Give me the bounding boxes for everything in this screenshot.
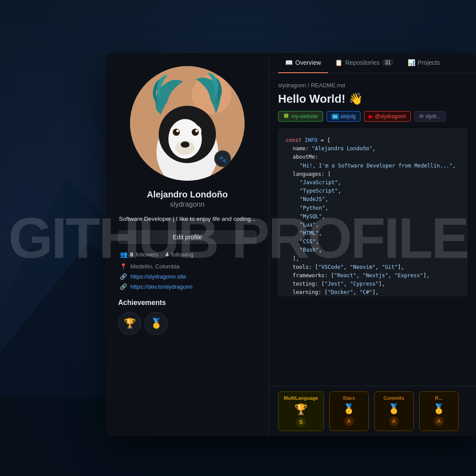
avatar-svg: 🐾 (130, 66, 245, 181)
edit-profile-button[interactable]: Edit profile (118, 231, 257, 244)
projects-label: Projects (418, 59, 440, 66)
followers-count[interactable]: 8 (130, 251, 133, 258)
followers-label: followers (136, 251, 158, 258)
avatar-container: 🐾 (130, 66, 245, 181)
youtube-label: @slydragonn (375, 113, 406, 119)
achievements-bottom: MultiLanguage 🏆 S Stars 🥇 A Commits (269, 386, 476, 436)
readme-path: slydragonn / README.md (278, 82, 467, 89)
commits-letter: A (389, 416, 399, 426)
code-line-3: aboutMe: (293, 153, 460, 161)
link-icon-2: 🔗 (120, 283, 127, 290)
following-count[interactable]: 4 (165, 251, 168, 258)
nav-tabs: 📖 Overview 📋 Repositories 31 📊 Projects (269, 53, 476, 73)
repo-badge: 31 (382, 59, 393, 66)
location-text: Medellín, Colombia (130, 263, 179, 270)
achievement-multilang[interactable]: MultiLanguage 🏆 S (278, 391, 324, 431)
code-line-8: "NodeJS", (300, 195, 460, 204)
code-line-6: "JavaScript", (300, 178, 460, 187)
code-line-17: frameworks: ["React", "Nextjs", "Express… (293, 271, 460, 280)
multilang-title: MultiLanguage (284, 395, 318, 401)
achievements-title: Achievements (118, 299, 257, 307)
commits-title: Commits (380, 395, 408, 401)
profile-bio: Software Developer | I like to enjoy lif… (118, 215, 257, 223)
followers-icon: 👥 (120, 251, 127, 258)
repo-icon: 📋 (335, 59, 342, 66)
tab-projects[interactable]: 📊 Projects (401, 53, 447, 73)
projects-icon: 📊 (408, 59, 415, 66)
email-icon: ✉ (419, 113, 424, 119)
stars-letter: A (344, 416, 354, 426)
achievement-extra[interactable]: R... 🥇 A (419, 391, 459, 431)
location-item: 📍 Medellín, Colombia (118, 263, 257, 270)
profile-name: Alejandro Londoño (118, 190, 257, 200)
code-line-10: "MySQL", (300, 212, 460, 221)
code-block: const INFO = { name: "Alejandro Londoño"… (278, 129, 467, 296)
website1-link[interactable]: https://slydragonn.site (130, 273, 186, 280)
readme-title: Hello World! 👋 (278, 92, 467, 106)
achievement-commits[interactable]: Commits 🥇 A (374, 391, 414, 431)
svg-point-13 (173, 129, 180, 136)
overview-label: Overview (295, 59, 321, 66)
code-line-9: "Python", (300, 204, 460, 212)
code-line-15: ], (293, 255, 460, 263)
svg-point-15 (176, 130, 179, 132)
youtube-badge[interactable]: ▶ @slydragonn (364, 111, 411, 122)
code-line-2: name: "Alejandro Londoño", (293, 145, 460, 153)
code-line-7: "TypeScript", (300, 187, 460, 195)
code-line-12: "HTML", (300, 229, 460, 238)
repo-label: Repositories (345, 59, 379, 66)
email-badge[interactable]: ✉ slydr... (414, 111, 446, 122)
achievements-section: Achievements 🏆 🥇 (118, 299, 257, 335)
linkedin-label: alejolg (341, 113, 356, 119)
youtube-icon: ▶ (369, 113, 373, 119)
overview-icon: 📖 (285, 59, 293, 66)
achievement-badge-2: 🥇 (145, 312, 167, 335)
main-content-area: slydragonn / README.md Hello World! 👋 🍀 … (269, 73, 476, 386)
extra-letter: A (434, 416, 444, 426)
code-line-1: const INFO = { (286, 136, 460, 145)
linkedin-icon: in (331, 114, 339, 119)
followers-row: 👥 8 followers · 4 following (118, 251, 257, 258)
linkedin-badge[interactable]: in alejolg (327, 111, 361, 122)
code-line-18: testing: ["Jest", "Cypress"], (293, 280, 460, 288)
achievements-row: 🏆 🥇 (118, 312, 257, 335)
website-badge-icon: 🍀 (283, 113, 290, 119)
location-icon: 📍 (120, 263, 127, 270)
svg-point-16 (195, 130, 198, 132)
tab-overview[interactable]: 📖 Overview (278, 53, 328, 73)
website2-item[interactable]: 🔗 https://dev.to/slydragonn (118, 283, 257, 290)
code-line-13: "CSS", (300, 238, 460, 246)
code-line-4: "Hi!, I'm a Software Developer from Mede… (300, 162, 460, 170)
achievement-stars[interactable]: Stars 🥇 A (329, 391, 369, 431)
svg-text:🐾: 🐾 (219, 156, 227, 163)
achievement-badge-1: 🏆 (118, 312, 141, 335)
tab-repositories[interactable]: 📋 Repositories 31 (328, 53, 400, 73)
extra-title: R... (425, 395, 453, 401)
avatar: 🐾 (130, 66, 245, 181)
stars-title: Stars (335, 395, 363, 401)
website-badge[interactable]: 🍀 my-website (278, 111, 323, 122)
link-icon-1: 🔗 (120, 273, 127, 280)
svg-point-10 (181, 141, 190, 148)
multilang-letter: S (296, 417, 306, 427)
code-line-14: "Bash", (300, 246, 460, 254)
code-line-19: learning: ["Docker", "C#"], (293, 288, 460, 296)
email-label: slydr... (425, 113, 441, 119)
profile-sidebar: 🐾 Alejandro Londoño slydragonn Software … (106, 53, 269, 436)
svg-point-14 (192, 129, 199, 136)
website1-item[interactable]: 🔗 https://slydragonn.site (118, 273, 257, 280)
code-line-5: languages: [ (293, 170, 460, 178)
website-badge-label: my-website (291, 113, 318, 119)
profile-username: slydragonn (118, 201, 257, 208)
profile-main: 📖 Overview 📋 Repositories 31 📊 Projects … (269, 53, 476, 436)
badge-row: 🍀 my-website in alejolg ▶ @slydragonn ✉ … (278, 111, 467, 122)
website2-link[interactable]: https://dev.to/slydragonn (130, 283, 193, 290)
github-window: 🐾 Alejandro Londoño slydragonn Software … (106, 53, 476, 436)
following-label: following (171, 251, 193, 258)
code-line-11: "Lua", (300, 221, 460, 229)
code-line-16: tools: ["VSCode", "Neovim", "Git"], (293, 263, 460, 271)
